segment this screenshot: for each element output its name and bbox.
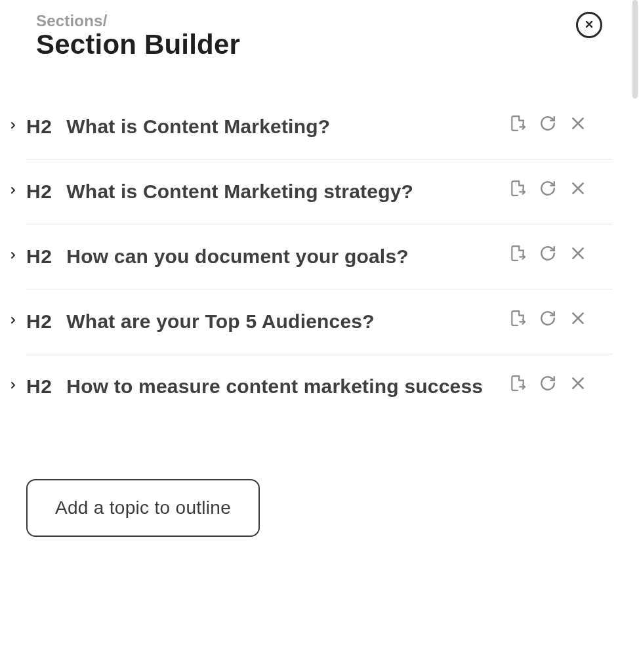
section-row[interactable]: H2 What is Content Marketing strategy? <box>26 159 613 224</box>
page-title: Section Builder <box>36 29 639 60</box>
refresh-icon[interactable] <box>539 310 556 327</box>
chevron-right-icon[interactable] <box>9 316 20 327</box>
section-row[interactable]: H2 How can you document your goals? <box>26 224 613 289</box>
section-title: How can you document your goals? <box>66 245 496 268</box>
row-actions <box>509 245 587 262</box>
close-button[interactable] <box>576 12 602 38</box>
section-title: How to measure content marketing success <box>66 375 496 398</box>
heading-level-badge: H2 <box>26 375 52 398</box>
refresh-icon[interactable] <box>539 245 556 262</box>
row-actions <box>509 375 587 392</box>
section-row[interactable]: H2 What is Content Marketing? <box>26 94 613 159</box>
refresh-icon[interactable] <box>539 115 556 132</box>
heading-level-badge: H2 <box>26 310 52 333</box>
row-actions <box>509 115 587 132</box>
refresh-icon[interactable] <box>539 375 556 392</box>
document-export-icon[interactable] <box>509 115 526 132</box>
heading-level-badge: H2 <box>26 116 52 138</box>
scrollbar-thumb[interactable] <box>632 0 638 98</box>
remove-icon[interactable] <box>569 245 587 262</box>
remove-icon[interactable] <box>569 375 587 392</box>
chevron-right-icon[interactable] <box>9 121 20 132</box>
refresh-icon[interactable] <box>539 180 556 197</box>
section-title: What are your Top 5 Audiences? <box>66 310 496 333</box>
heading-level-badge: H2 <box>26 245 52 268</box>
remove-icon[interactable] <box>569 310 587 327</box>
document-export-icon[interactable] <box>509 180 526 197</box>
section-title: What is Content Marketing strategy? <box>66 180 496 203</box>
remove-icon[interactable] <box>569 180 587 197</box>
chevron-right-icon[interactable] <box>9 251 20 262</box>
remove-icon[interactable] <box>569 115 587 132</box>
document-export-icon[interactable] <box>509 310 526 327</box>
chevron-right-icon[interactable] <box>9 381 20 392</box>
section-row[interactable]: H2 How to measure content marketing succ… <box>26 354 613 419</box>
document-export-icon[interactable] <box>509 375 526 392</box>
row-actions <box>509 310 587 327</box>
breadcrumb[interactable]: Sections/ <box>36 12 639 30</box>
close-icon <box>585 20 594 31</box>
chevron-right-icon[interactable] <box>9 186 20 197</box>
sections-list: H2 What is Content Marketing? <box>0 94 639 419</box>
add-topic-button[interactable]: Add a topic to outline <box>26 479 260 537</box>
section-title: What is Content Marketing? <box>66 116 496 138</box>
header: Sections/ Section Builder <box>0 0 639 60</box>
document-export-icon[interactable] <box>509 245 526 262</box>
section-row[interactable]: H2 What are your Top 5 Audiences? <box>26 289 613 354</box>
heading-level-badge: H2 <box>26 180 52 203</box>
row-actions <box>509 180 587 197</box>
